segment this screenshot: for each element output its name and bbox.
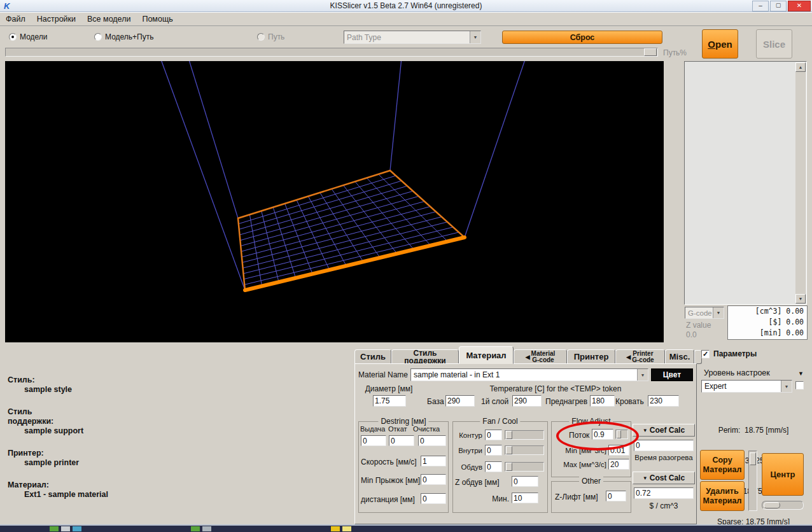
taskbar-icon[interactable] [331,526,340,531]
color-button[interactable]: Цвет [651,368,693,381]
copy-material-button[interactable]: Copy Материал [700,450,745,480]
tab-style-label: Стиль [360,352,386,361]
menu-all-models[interactable]: Все модели [81,13,136,25]
cost-calc-button[interactable]: ▼ Cost Calc [633,472,695,484]
distance-input[interactable] [421,493,446,504]
flow-slider[interactable] [615,430,628,439]
material-name-select[interactable]: sample material - in Ext 1 ▼ [410,368,648,381]
cost-calc-dropdown-icon: ▼ [643,475,648,481]
flow-min-input[interactable] [608,445,629,456]
viewport[interactable] [5,61,664,342]
menu-bar: Файл Настройки Все модели Помощь [0,12,812,26]
material-vertical-slider-thumb[interactable] [750,452,756,465]
radio-models[interactable]: Модели [9,32,48,41]
menu-help[interactable]: Помощь [136,13,178,25]
fan-loops-input[interactable] [485,430,502,440]
fan-loops-slider-thumb[interactable] [506,431,512,439]
diameter-input[interactable] [373,395,406,407]
tab-material[interactable]: Материал [459,346,514,364]
scroll-down-icon[interactable]: ▼ [795,294,806,304]
destring-retract-input[interactable] [389,435,414,446]
parameters-checkbox[interactable]: ✓ [701,350,710,358]
other-group: Other Z-Лифт [мм] [551,481,631,513]
taskbar-icon[interactable] [202,526,211,531]
model-list[interactable]: ▲ ▼ [684,61,807,305]
copy-material-label2: Материал [703,465,742,475]
minimize-button[interactable]: – [752,1,769,11]
info-material: Материал: Ext1 - sample material [8,480,186,500]
z-lift-input[interactable] [606,491,626,501]
delete-material-button[interactable]: Удалить Материал [700,481,745,511]
radio-model-path[interactable]: Модель+Путь [94,32,153,41]
fan-inside-slider-thumb[interactable] [506,446,512,454]
fan-cooling-input[interactable] [485,461,502,472]
cost-value-input[interactable] [634,487,694,499]
path-type-dropdown-icon: ▼ [470,31,480,43]
flow-slider-thumb[interactable] [617,430,621,438]
info-material-label: Материал: [8,480,186,490]
fan-cooling-slider[interactable] [505,462,544,472]
reset-button[interactable]: Сброс [502,31,662,44]
bottom-right-slider-thumb[interactable] [764,502,780,508]
tab-printer-gcode[interactable]: ◀ PrinterG-code [615,349,665,364]
destring-wipe-input[interactable] [418,435,446,446]
taskbar[interactable] [0,526,812,532]
settings-level-select[interactable]: Expert ▼ [701,380,792,393]
temp-first-layer-input[interactable] [512,395,542,407]
path-percent-slider[interactable] [5,48,658,57]
radio-model-path-icon [94,33,102,41]
z-fan-input[interactable] [512,476,538,487]
min-jump-input[interactable] [421,474,446,485]
flow-input[interactable] [592,429,613,440]
window-title: KISSlicer v1.5 Beta 2.7 Win64 (unregiste… [0,1,812,10]
settings-level-dropdown-icon[interactable]: ▼ [798,370,804,377]
tab-support-style[interactable]: Стиль поддержки [391,349,459,364]
taskbar-icon[interactable] [61,526,70,531]
taskbar-icon[interactable] [73,526,81,531]
temp-preheat-input[interactable] [590,395,615,407]
open-button[interactable]: Open [702,29,738,59]
flow-max-input[interactable] [608,459,629,470]
taskbar-icon[interactable] [191,526,200,531]
model-list-scrollbar[interactable]: ▲ ▼ [795,62,806,304]
radio-model-path-label: Модель+Путь [105,32,153,41]
z-value-label: Z value [686,321,711,330]
build-platform-scene [5,61,664,342]
tab-style[interactable]: Стиль [354,349,391,364]
temp-bed-input[interactable] [648,395,679,407]
material-name-value: sample material - in Ext 1 [411,369,637,381]
fan-min-input[interactable] [512,493,538,503]
destring-speed-input[interactable] [421,456,446,466]
tab-printer[interactable]: Принтер [567,349,615,364]
tab-misc[interactable]: Misc. [665,349,694,364]
temp-base-input[interactable] [445,395,475,407]
destring-wipe-label: Очистка [413,425,440,433]
coef-value-input[interactable] [634,440,694,451]
info-material-value: Ext1 - sample material [8,490,186,500]
fan-cooling-slider-thumb[interactable] [506,463,512,471]
taskbar-icon[interactable] [342,526,351,531]
scroll-up-icon[interactable]: ▲ [795,62,806,72]
extra-checkbox[interactable] [795,381,804,389]
maximize-button[interactable]: ▢ [770,1,787,11]
menu-settings[interactable]: Настройки [31,13,81,25]
taskbar-icon[interactable] [50,526,59,531]
fan-inside-slider[interactable] [505,445,544,455]
destring-prime-label: Выдача [360,425,385,433]
fan-loops-slider[interactable] [505,430,544,440]
destring-prime-input[interactable] [361,435,386,446]
path-type-select: Path Type ▼ [344,31,481,44]
path-percent-slider-thumb[interactable] [644,48,657,56]
temp-bed-label: Кровать [615,397,644,406]
coef-calc-button[interactable]: ▼ Coef Calc [633,424,695,437]
fan-inside-input[interactable] [485,445,502,456]
close-button[interactable]: ✕ [788,1,811,11]
center-button[interactable]: Центр [762,453,804,496]
menu-file[interactable]: Файл [0,13,31,25]
material-vertical-slider[interactable] [748,451,757,511]
info-style-label: Стиль: [8,375,186,385]
copy-material-label1: Copy [712,456,732,465]
total-cost: [$] 0.00 [728,317,804,328]
bottom-right-slider[interactable] [762,501,804,510]
tab-material-gcode[interactable]: ◀ MaterialG-code [514,349,567,364]
